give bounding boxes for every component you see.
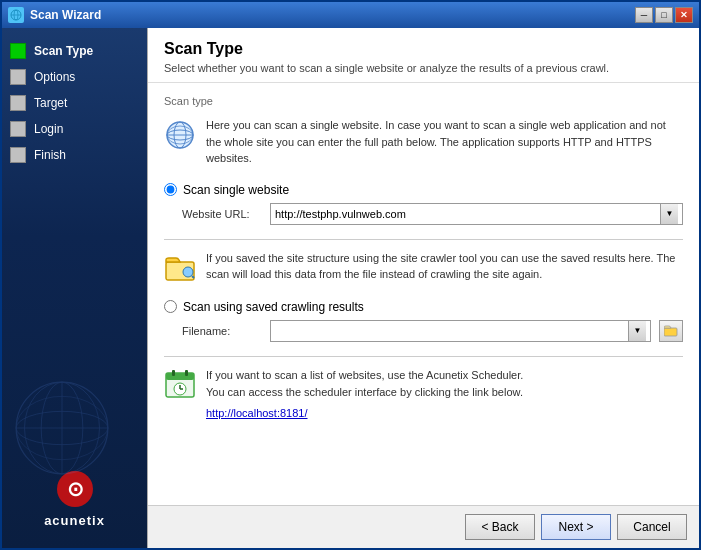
scan-single-label[interactable]: Scan single website xyxy=(183,183,289,197)
window-icon xyxy=(8,7,24,23)
option1-with-icon: Here you can scan a single website. In c… xyxy=(164,117,683,167)
svg-rect-24 xyxy=(185,370,188,376)
next-button[interactable]: Next > xyxy=(541,514,611,540)
folder-open-icon xyxy=(664,325,678,337)
nav-indicator-finish xyxy=(10,147,26,163)
sidebar-item-login[interactable]: Login xyxy=(2,116,147,142)
scheduler-icon xyxy=(164,369,196,401)
filename-field-label: Filename: xyxy=(182,325,262,337)
panel-title: Scan Type xyxy=(164,40,683,58)
scan-crawl-radio[interactable] xyxy=(164,300,177,313)
scheduler-section: If you want to scan a list of websites, … xyxy=(164,367,683,420)
sidebar-label-options: Options xyxy=(34,70,75,84)
sidebar-label-finish: Finish xyxy=(34,148,66,162)
option2-with-icon: If you saved the site structure using th… xyxy=(164,250,683,284)
svg-rect-23 xyxy=(172,370,175,376)
minimize-button[interactable]: ─ xyxy=(635,7,653,23)
main-panel: Scan Type Select whether you want to sca… xyxy=(147,28,699,548)
crawl-icon xyxy=(164,252,196,284)
svg-text:⊙: ⊙ xyxy=(66,478,83,500)
svg-rect-20 xyxy=(664,328,677,336)
title-bar-controls: ─ □ ✕ xyxy=(635,7,693,23)
nav-indicator-scan-type xyxy=(10,43,26,59)
globe-decoration xyxy=(12,378,112,478)
sidebar-item-options[interactable]: Options xyxy=(2,64,147,90)
section-label: Scan type xyxy=(164,95,683,107)
svg-line-19 xyxy=(192,276,194,278)
sidebar: Scan Type Options Target Login xyxy=(2,28,147,548)
panel-subtitle: Select whether you want to scan a single… xyxy=(164,62,683,74)
scheduler-desc-text: If you want to scan a list of websites, … xyxy=(206,369,523,399)
title-bar-left: Scan Wizard xyxy=(8,7,101,23)
panel-body: Scan type Here you can scan a single web… xyxy=(148,83,699,505)
scan-crawl-radio-row: Scan using saved crawling results xyxy=(164,300,683,314)
filename-combo[interactable]: ▼ xyxy=(270,320,651,342)
acunetix-brand-label: acunetix xyxy=(44,513,105,528)
filename-combo-arrow[interactable]: ▼ xyxy=(628,321,646,341)
panel-footer: < Back Next > Cancel xyxy=(148,505,699,548)
divider-2 xyxy=(164,356,683,357)
divider-1 xyxy=(164,239,683,240)
sidebar-label-target: Target xyxy=(34,96,67,110)
close-button[interactable]: ✕ xyxy=(675,7,693,23)
nav-indicator-login xyxy=(10,121,26,137)
scan-single-radio[interactable] xyxy=(164,183,177,196)
scan-single-block: Here you can scan a single website. In c… xyxy=(164,117,683,229)
scan-crawl-label[interactable]: Scan using saved crawling results xyxy=(183,300,364,314)
back-button[interactable]: < Back xyxy=(465,514,535,540)
sidebar-item-finish[interactable]: Finish xyxy=(2,142,147,168)
url-field-label: Website URL: xyxy=(182,208,262,220)
scheduler-description: If you want to scan a list of websites, … xyxy=(206,367,683,402)
sidebar-label-login: Login xyxy=(34,122,63,136)
website-icon xyxy=(164,119,196,151)
sidebar-item-target[interactable]: Target xyxy=(2,90,147,116)
scan-wizard-window: Scan Wizard ─ □ ✕ S xyxy=(0,0,701,550)
scheduler-link[interactable]: http://localhost:8181/ xyxy=(206,407,308,419)
sidebar-item-scan-type[interactable]: Scan Type xyxy=(2,38,147,64)
svg-point-18 xyxy=(183,267,193,277)
sidebar-label-scan-type: Scan Type xyxy=(34,44,93,58)
scan-single-radio-row: Scan single website xyxy=(164,183,683,197)
url-combo-arrow[interactable]: ▼ xyxy=(660,204,678,224)
nav-indicator-options xyxy=(10,69,26,85)
nav-indicator-target xyxy=(10,95,26,111)
maximize-button[interactable]: □ xyxy=(655,7,673,23)
content-area: Scan Type Options Target Login xyxy=(2,28,699,548)
title-bar: Scan Wizard ─ □ ✕ xyxy=(2,2,699,28)
window-title: Scan Wizard xyxy=(30,8,101,22)
url-combo-value: http://testphp.vulnweb.com xyxy=(275,208,660,220)
panel-header: Scan Type Select whether you want to sca… xyxy=(148,28,699,83)
filename-field-row: Filename: ▼ xyxy=(182,320,683,342)
option2-description: If you saved the site structure using th… xyxy=(206,250,683,283)
cancel-button[interactable]: Cancel xyxy=(617,514,687,540)
browse-button[interactable] xyxy=(659,320,683,342)
option1-description: Here you can scan a single website. In c… xyxy=(206,117,683,167)
url-field-row: Website URL: http://testphp.vulnweb.com … xyxy=(182,203,683,225)
url-combo[interactable]: http://testphp.vulnweb.com ▼ xyxy=(270,203,683,225)
scan-crawl-block: If you saved the site structure using th… xyxy=(164,250,683,346)
svg-rect-22 xyxy=(166,373,194,380)
scheduler-text: If you want to scan a list of websites, … xyxy=(206,367,683,420)
